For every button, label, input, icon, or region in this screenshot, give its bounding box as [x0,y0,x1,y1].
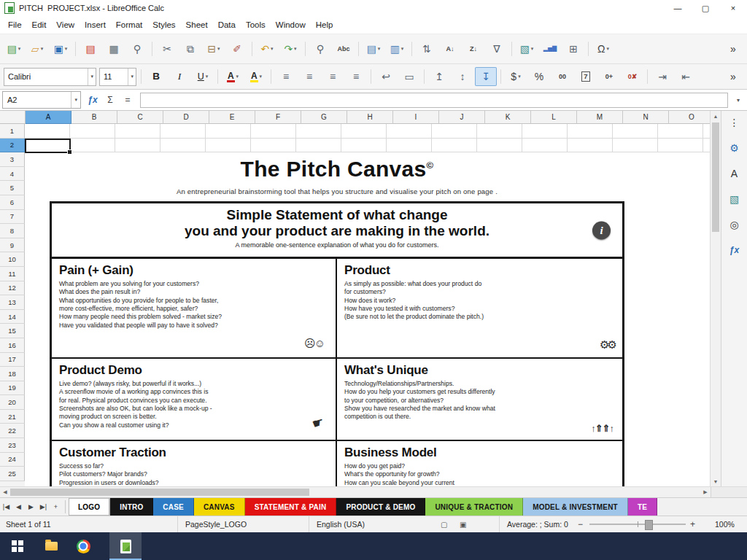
row-header[interactable]: 21 [0,410,25,424]
row-header[interactable]: 22 [0,424,25,438]
menu-tools[interactable]: Tools [241,19,271,31]
delete-decimal-button[interactable]: 0✘ [622,67,643,86]
minimize-button[interactable]: — [664,0,692,16]
toolbar-overflow-button[interactable]: » [722,67,744,86]
row-header[interactable]: 23 [0,438,25,453]
zoom-in-button[interactable]: + [690,516,695,532]
sheet-tab-canvas[interactable]: CANVAS [194,498,245,516]
row-header[interactable]: 1 [0,124,25,139]
add-sheet-button[interactable]: + [50,498,62,516]
row-header[interactable]: 7 [0,210,25,225]
menu-file[interactable]: File [3,19,27,31]
row-header[interactable]: 6 [0,195,25,210]
center-vertically-button[interactable]: ↕ [452,67,473,86]
clone-formatting-button[interactable]: ✐ [226,39,248,58]
file-explorer-button[interactable] [35,532,67,560]
italic-button[interactable]: I [169,67,190,86]
format-percent-button[interactable]: % [528,67,550,86]
row-header[interactable]: 2 [0,139,25,153]
font-name-combo[interactable]: Calibri ▾ [4,68,96,86]
row-header[interactable]: 24 [0,453,25,467]
gallery-deck-icon[interactable]: ▧ [725,190,744,209]
sheet-tab-te[interactable]: TE [628,498,657,516]
print-preview-button[interactable]: ⚲ [126,39,148,58]
horizontal-scrollbar[interactable]: ◀ ▶ [0,486,747,497]
paste-button[interactable]: ⊟ [203,39,225,58]
horizontal-scroll-thumb[interactable] [10,489,309,496]
autofilter-button[interactable]: ∇ [486,39,508,58]
row-header[interactable]: 4 [0,167,25,182]
sidebar-settings-icon[interactable]: ⋮ [725,113,744,132]
zoom-level[interactable]: 100% [715,516,735,532]
equals-button[interactable]: = [119,91,136,109]
styles-deck-icon[interactable]: A [725,164,744,183]
selected-cell-a2[interactable] [25,139,71,153]
row-header[interactable]: 15 [0,324,25,338]
row-header[interactable]: 8 [0,224,25,238]
row-header[interactable]: 25 [0,467,25,481]
menu-sheet[interactable]: Sheet [181,19,213,31]
language-status[interactable]: English (USA) [309,516,365,532]
row-header[interactable]: 14 [0,310,25,324]
column-header[interactable]: E [209,111,255,124]
previous-sheet-button[interactable]: ◀ [12,498,25,516]
column-header[interactable]: G [301,111,347,124]
underline-button[interactable]: U [192,67,214,86]
redo-button[interactable]: ↷ [279,39,301,58]
row-header[interactable]: 5 [0,181,25,195]
chevron-down-icon[interactable]: ▾ [128,69,136,85]
align-bottom-button[interactable]: ↧ [475,67,497,86]
close-button[interactable]: × [719,0,747,16]
scroll-up-icon[interactable]: ▲ [711,111,721,121]
align-right-button[interactable]: ≡ [322,67,344,86]
row-header[interactable]: 19 [0,381,25,396]
format-date-button[interactable]: 7 [575,67,597,86]
new-document-button[interactable]: ▤ [3,39,25,58]
menu-styles[interactable]: Styles [147,19,180,31]
scroll-down-icon[interactable]: ▼ [711,476,721,486]
font-color-button[interactable]: A [222,67,244,86]
row-header[interactable]: 9 [0,238,25,253]
chevron-down-icon[interactable]: ▾ [88,69,96,85]
insert-pivot-button[interactable]: ⊞ [562,39,584,58]
column-header[interactable]: H [347,111,393,124]
align-top-button[interactable]: ↥ [428,67,450,86]
toolbar-overflow-button[interactable]: » [722,39,744,58]
menu-window[interactable]: Window [271,19,311,31]
expand-formula-bar-button[interactable]: ▾ [732,97,745,104]
font-size-combo[interactable]: 11 ▾ [99,68,136,86]
row-header[interactable]: 3 [0,152,25,167]
sheet-grid[interactable]: The Pitch Canvas© An entrepreneurial bra… [25,124,710,486]
align-left-button[interactable]: ≡ [275,67,297,86]
undo-button[interactable]: ↶ [256,39,278,58]
sort-descending-button[interactable]: Z↓ [462,39,484,58]
insert-column-button[interactable]: ▥ [386,39,408,58]
column-header[interactable]: B [71,111,117,124]
column-header[interactable]: A [26,111,71,124]
page-style[interactable]: PageStyle_LOGO [177,516,247,532]
bold-button[interactable]: B [145,67,167,86]
start-button[interactable] [0,532,35,560]
maximize-button[interactable]: ▢ [692,0,719,16]
column-header[interactable]: C [117,111,163,124]
menu-insert[interactable]: Insert [80,19,111,31]
row-header[interactable]: 13 [0,295,25,310]
column-header[interactable]: K [485,111,531,124]
scroll-right-icon[interactable]: ▶ [700,487,711,497]
align-center-button[interactable]: ≡ [298,67,320,86]
align-justify-button[interactable]: ≡ [345,67,367,86]
sort-button[interactable]: ⇅ [416,39,438,58]
sheet-tab-statement-pain[interactable]: STATEMENT & PAIN [245,498,337,516]
format-currency-button[interactable]: $ [505,67,527,86]
first-sheet-button[interactable]: |◀ [0,498,12,516]
sheet-tab-product-demo[interactable]: PRODUCT & DEMO [336,498,425,516]
open-file-button[interactable]: ▱ [26,39,48,58]
sheet-tab-intro[interactable]: INTRO [110,498,153,516]
save-button[interactable]: ▣ [50,39,71,58]
column-header[interactable]: D [163,111,209,124]
print-button[interactable]: ▦ [103,39,125,58]
last-sheet-button[interactable]: ▶| [37,498,50,516]
row-header[interactable]: 20 [0,395,25,410]
chevron-down-icon[interactable]: ▾ [71,92,80,108]
row-header[interactable]: 17 [0,353,25,368]
